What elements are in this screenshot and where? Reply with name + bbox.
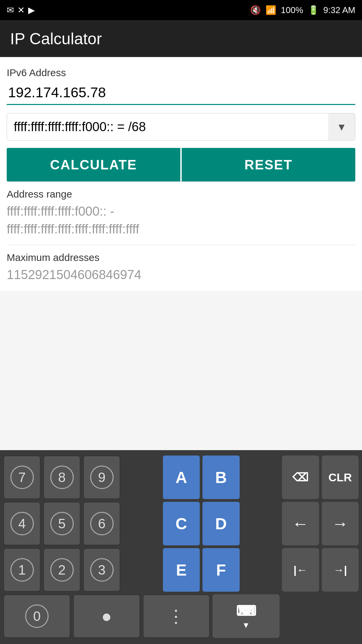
ipv6-label: IPv6 Address — [7, 64, 355, 78]
main-content: IPv6 Address ▾ CALCULATE RESET Address r… — [0, 57, 362, 291]
app-bar: IP Calculator — [0, 20, 362, 57]
ip-address-input[interactable] — [7, 81, 355, 105]
home-button[interactable]: |← — [282, 548, 319, 592]
status-left-icons: ✉ ✕ ▶ — [7, 5, 35, 15]
keyboard-icon: ⌨ — [236, 603, 256, 619]
backspace-button[interactable]: ⌫ — [282, 455, 319, 499]
address-range-value: ffff:ffff:ffff:ffff:f000:: -ffff:ffff:ff… — [7, 203, 355, 238]
key-5[interactable]: 5 — [43, 502, 80, 545]
key-1[interactable]: 1 — [3, 548, 41, 592]
close-icon: ✕ — [17, 5, 25, 15]
key-B[interactable]: B — [202, 455, 239, 499]
key-9[interactable]: 9 — [83, 455, 120, 499]
keyboard-hide-icon: ▼ — [242, 621, 250, 630]
status-bar: ✉ ✕ ▶ 🔇 📶 100% 🔋 9:32 AM — [0, 0, 362, 20]
play-icon: ▶ — [28, 5, 35, 15]
key-3[interactable]: 3 — [83, 548, 120, 592]
max-addresses-label: Maximum addresses — [7, 252, 355, 263]
clr-button[interactable]: CLR — [322, 455, 359, 499]
address-range-label: Address range — [7, 189, 355, 200]
status-right-icons: 🔇 📶 100% 🔋 9:32 AM — [250, 5, 355, 15]
key-dot[interactable]: ● — [73, 594, 140, 638]
key-2[interactable]: 2 — [43, 548, 80, 592]
keyboard-area: 7 8 9 A B ⌫ CLR 4 5 6 C D ← → 1 — [0, 450, 362, 644]
key-8[interactable]: 8 — [43, 455, 80, 499]
signal-icon: 📶 — [265, 5, 276, 15]
address-range-section: Address range ffff:ffff:ffff:ffff:f000::… — [7, 181, 355, 245]
calculate-button[interactable]: CALCULATE — [7, 148, 180, 181]
key-A[interactable]: A — [163, 455, 200, 499]
key-0[interactable]: 0 — [3, 594, 70, 638]
keyboard-row-3: 1 2 3 E F |← →| — [3, 548, 359, 592]
arrow-right-button[interactable]: → — [322, 502, 359, 545]
max-addresses-value: 1152921504606846974 — [7, 266, 355, 284]
max-addresses-section: Maximum addresses 1152921504606846974 — [7, 245, 355, 290]
app-title: IP Calculator — [10, 30, 102, 48]
reset-button[interactable]: RESET — [182, 148, 355, 181]
action-buttons: CALCULATE RESET — [7, 148, 355, 181]
keyboard-row-4: 0 ● ⋮ ⌨ ▼ — [3, 594, 359, 638]
key-E[interactable]: E — [163, 548, 200, 592]
key-6[interactable]: 6 — [83, 502, 120, 545]
battery-icon: 🔋 — [308, 5, 319, 15]
key-7[interactable]: 7 — [3, 455, 41, 499]
keyboard-row-2: 4 5 6 C D ← → — [3, 502, 359, 545]
keyboard-row-1: 7 8 9 A B ⌫ CLR — [3, 455, 359, 499]
key-colon[interactable]: ⋮ — [143, 594, 210, 638]
subnet-row: ▾ — [7, 113, 355, 141]
key-C[interactable]: C — [163, 502, 200, 545]
clock: 9:32 AM — [323, 5, 355, 15]
key-D[interactable]: D — [202, 502, 239, 545]
keyboard-switch-button[interactable]: ⌨ ▼ — [213, 594, 280, 638]
key-F[interactable]: F — [202, 548, 239, 592]
end-button[interactable]: →| — [322, 548, 359, 592]
subnet-input[interactable] — [7, 114, 328, 140]
mute-icon: 🔇 — [250, 5, 261, 15]
arrow-left-button[interactable]: ← — [282, 502, 319, 545]
battery-percent: 100% — [281, 5, 303, 15]
subnet-dropdown-button[interactable]: ▾ — [328, 113, 355, 140]
key-4[interactable]: 4 — [3, 502, 41, 545]
gmail-icon: ✉ — [7, 5, 14, 15]
